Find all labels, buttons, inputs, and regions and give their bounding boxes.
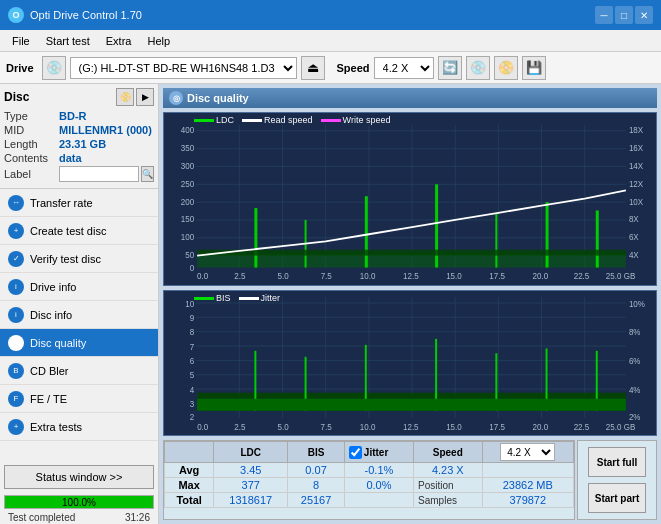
nav-icon-quality: ★ — [8, 335, 24, 351]
svg-text:3: 3 — [190, 399, 195, 410]
nav-cd-bler[interactable]: B CD Bler — [0, 357, 158, 385]
nav-icon-disc: i — [8, 307, 24, 323]
svg-text:20.0: 20.0 — [532, 271, 548, 282]
maximize-button[interactable]: □ — [615, 6, 633, 24]
svg-text:25.0 GB: 25.0 GB — [606, 271, 636, 282]
menu-start-test[interactable]: Start test — [38, 33, 98, 49]
disc-label-input[interactable] — [59, 166, 139, 182]
avg-jitter: -0.1% — [344, 463, 413, 478]
nav-disc-info[interactable]: i Disc info — [0, 301, 158, 329]
svg-text:20.0: 20.0 — [532, 422, 548, 433]
max-label: Max — [165, 478, 214, 493]
nav-fe-te[interactable]: F FE / TE — [0, 385, 158, 413]
disc-contents-row: Contents data — [4, 152, 154, 164]
nav-icon-create: + — [8, 223, 24, 239]
svg-rect-36 — [254, 208, 257, 267]
drive-select[interactable]: (G:) HL-DT-ST BD-RE WH16NS48 1.D3 — [70, 57, 297, 79]
content-area: ◎ Disc quality LDC Read speed Write spee… — [159, 84, 661, 524]
disc-btn[interactable]: 💿 — [466, 56, 490, 80]
disc-label-btn[interactable]: 🔍 — [141, 166, 154, 182]
nav-transfer-rate[interactable]: ↔ Transfer rate — [0, 189, 158, 217]
eject-btn[interactable]: ⏏ — [301, 56, 325, 80]
disc-contents-label: Contents — [4, 152, 59, 164]
disc-mid-label: MID — [4, 124, 59, 136]
disc-type-label: Type — [4, 110, 59, 122]
jitter-checkbox[interactable] — [349, 446, 362, 459]
svg-text:50: 50 — [185, 249, 194, 260]
svg-text:8%: 8% — [629, 327, 641, 338]
legend-jitter-color — [239, 297, 259, 300]
svg-rect-41 — [546, 202, 549, 267]
th-check: Jitter — [344, 442, 413, 463]
nav-create-test-disc[interactable]: + Create test disc — [0, 217, 158, 245]
nav-icon-verify: ✓ — [8, 251, 24, 267]
th-speed-select: 4.2 X — [482, 442, 574, 463]
status-text: Test completed — [4, 511, 79, 524]
disc2-btn[interactable]: 📀 — [494, 56, 518, 80]
close-button[interactable]: ✕ — [635, 6, 653, 24]
svg-text:12.5: 12.5 — [403, 271, 419, 282]
svg-text:10.0: 10.0 — [360, 422, 376, 433]
svg-text:0.0: 0.0 — [197, 422, 208, 433]
right-buttons: Start full Start part — [577, 440, 657, 520]
svg-rect-42 — [596, 210, 599, 267]
svg-text:2.5: 2.5 — [234, 271, 245, 282]
upper-chart-svg: 400 350 300 250 200 150 100 50 0 18X 16X… — [164, 113, 656, 285]
menu-help[interactable]: Help — [139, 33, 178, 49]
refresh-btn[interactable]: 🔄 — [438, 56, 462, 80]
svg-text:400: 400 — [181, 125, 194, 136]
nav-verify-test-disc[interactable]: ✓ Verify test disc — [0, 245, 158, 273]
svg-text:15.0: 15.0 — [446, 271, 462, 282]
svg-text:17.5: 17.5 — [489, 422, 505, 433]
legend-read-speed: Read speed — [242, 115, 313, 125]
nav-label-bler: CD Bler — [30, 365, 69, 377]
nav-drive-info[interactable]: i Drive info — [0, 273, 158, 301]
svg-text:0.0: 0.0 — [197, 271, 208, 282]
nav-label-fete: FE / TE — [30, 393, 67, 405]
legend-bis-label: BIS — [216, 293, 231, 303]
disc-icon-btn2[interactable]: ▶ — [136, 88, 154, 106]
menu-file[interactable]: File — [4, 33, 38, 49]
svg-text:2.5: 2.5 — [234, 422, 245, 433]
nav-extra-tests[interactable]: + Extra tests — [0, 413, 158, 441]
samples-label: Samples — [414, 493, 482, 508]
speed-select[interactable]: 4.2 X — [374, 57, 434, 79]
avg-ldc: 3.45 — [214, 463, 288, 478]
disc-type-value: BD-R — [59, 110, 87, 122]
svg-text:300: 300 — [181, 160, 194, 171]
nav-icon-extra: + — [8, 419, 24, 435]
status-window-btn[interactable]: Status window >> — [4, 465, 154, 489]
disc-icon-btn1[interactable]: 📀 — [116, 88, 134, 106]
drive-icon-btn[interactable]: 💿 — [42, 56, 66, 80]
svg-rect-95 — [197, 399, 626, 411]
title-bar: O Opti Drive Control 1.70 ─ □ ✕ — [0, 0, 661, 30]
start-full-btn[interactable]: Start full — [588, 447, 646, 477]
speed-select-stats[interactable]: 4.2 X — [500, 443, 555, 461]
svg-text:16X: 16X — [629, 142, 643, 153]
svg-text:150: 150 — [181, 214, 194, 225]
total-samples: 379872 — [482, 493, 574, 508]
total-label: Total — [165, 493, 214, 508]
max-position-label: Position — [414, 478, 482, 493]
svg-text:350: 350 — [181, 142, 194, 153]
status-time: 31:26 — [121, 511, 154, 524]
save-btn[interactable]: 💾 — [522, 56, 546, 80]
jitter-label: Jitter — [364, 447, 388, 458]
minimize-button[interactable]: ─ — [595, 6, 613, 24]
avg-bis: 0.07 — [288, 463, 345, 478]
svg-text:4%: 4% — [629, 384, 641, 395]
svg-text:7: 7 — [190, 341, 195, 352]
start-part-btn[interactable]: Start part — [588, 483, 646, 513]
svg-rect-55 — [164, 291, 656, 435]
total-empty — [344, 493, 413, 508]
menu-extra[interactable]: Extra — [98, 33, 140, 49]
legend-ldc-color — [194, 119, 214, 122]
svg-text:6: 6 — [190, 356, 195, 367]
svg-text:10X: 10X — [629, 196, 643, 207]
svg-text:5.0: 5.0 — [277, 422, 288, 433]
nav-disc-quality[interactable]: ★ Disc quality — [0, 329, 158, 357]
lower-chart-svg: 10 9 8 7 6 5 4 3 2 10% 8% 6% 4% 2% — [164, 291, 656, 435]
svg-text:0: 0 — [190, 262, 195, 273]
nav-icon-fete: F — [8, 391, 24, 407]
progress-bar-container: 100.0% — [4, 495, 154, 509]
